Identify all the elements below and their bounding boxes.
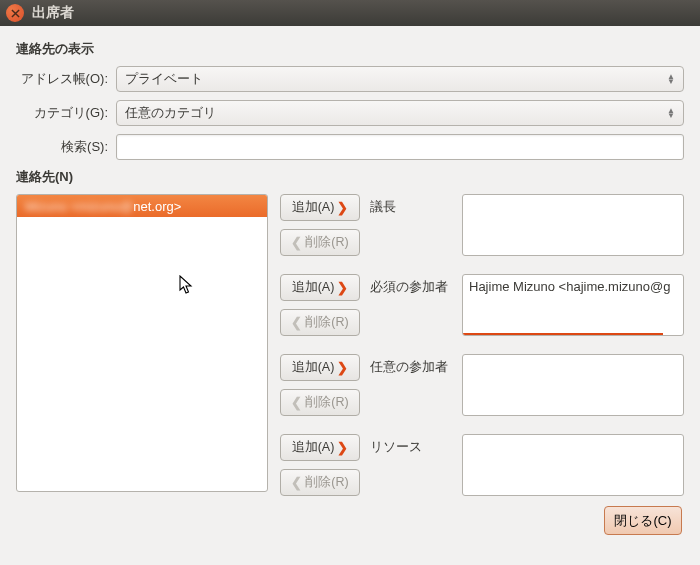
label-resource: リソース <box>370 434 452 496</box>
add-optional-button[interactable]: 追加(A)❯ <box>280 354 360 381</box>
add-chair-button[interactable]: 追加(A)❯ <box>280 194 360 221</box>
chevron-left-icon: ❮ <box>291 475 302 490</box>
close-icon <box>11 9 20 18</box>
chevron-left-icon: ❮ <box>291 235 302 250</box>
label-chair: 議長 <box>370 194 452 256</box>
box-resource[interactable] <box>462 434 684 496</box>
updown-icon: ▲▼ <box>667 74 675 84</box>
contact-list[interactable]: Mizuno <mizuno@net.org> <box>16 194 268 492</box>
list-item[interactable]: Mizuno <mizuno@net.org> <box>17 195 267 217</box>
combo-category[interactable]: 任意のカテゴリ ▲▼ <box>116 100 684 126</box>
box-optional[interactable] <box>462 354 684 416</box>
titlebar: 出席者 <box>0 0 700 26</box>
label-category: カテゴリ(G): <box>16 104 116 122</box>
remove-resource-button: ❮削除(R) <box>280 469 360 496</box>
label-optional: 任意の参加者 <box>370 354 452 416</box>
window-close-button[interactable] <box>6 4 24 22</box>
updown-icon: ▲▼ <box>667 108 675 118</box>
remove-optional-button: ❮削除(R) <box>280 389 360 416</box>
mouse-cursor-icon <box>179 275 195 295</box>
section-contact-display: 連絡先の表示 <box>16 40 684 58</box>
remove-chair-button: ❮削除(R) <box>280 229 360 256</box>
label-required: 必須の参加者 <box>370 274 452 336</box>
role-row-resource: 追加(A)❯ ❮削除(R) リソース <box>280 434 684 496</box>
chevron-right-icon: ❯ <box>337 360 348 375</box>
chevron-right-icon: ❯ <box>337 200 348 215</box>
dialog-content: 連絡先の表示 アドレス帳(O): プライベート ▲▼ カテゴリ(G): 任意のカ… <box>0 26 700 547</box>
main-area: Mizuno <mizuno@net.org> 追加(A)❯ ❮削除(R) 議長… <box>16 194 684 496</box>
row-category: カテゴリ(G): 任意のカテゴリ ▲▼ <box>16 100 684 126</box>
row-search: 検索(S): <box>16 134 684 160</box>
contact-blurred: Mizuno <mizuno@ <box>25 199 133 214</box>
search-input[interactable] <box>116 134 684 160</box>
combo-addressbook[interactable]: プライベート ▲▼ <box>116 66 684 92</box>
add-resource-button[interactable]: 追加(A)❯ <box>280 434 360 461</box>
add-required-button[interactable]: 追加(A)❯ <box>280 274 360 301</box>
roles-column: 追加(A)❯ ❮削除(R) 議長 追加(A)❯ ❮削除(R) 必須の参加者 Ha… <box>280 194 684 496</box>
chevron-left-icon: ❮ <box>291 315 302 330</box>
row-addressbook: アドレス帳(O): プライベート ▲▼ <box>16 66 684 92</box>
section-contacts: 連絡先(N) <box>16 168 684 186</box>
role-row-chair: 追加(A)❯ ❮削除(R) 議長 <box>280 194 684 256</box>
chevron-right-icon: ❯ <box>337 280 348 295</box>
footer: 閉じる(C) <box>16 506 684 535</box>
box-required[interactable]: Hajime Mizuno <hajime.mizuno@g <box>462 274 684 336</box>
role-row-optional: 追加(A)❯ ❮削除(R) 任意の参加者 <box>280 354 684 416</box>
combo-addressbook-value: プライベート <box>125 70 203 88</box>
contact-suffix: net.org> <box>133 199 181 214</box>
label-search: 検索(S): <box>16 138 116 156</box>
chevron-left-icon: ❮ <box>291 395 302 410</box>
combo-category-value: 任意のカテゴリ <box>125 104 216 122</box>
window-title: 出席者 <box>32 4 74 22</box>
box-chair[interactable] <box>462 194 684 256</box>
remove-required-button: ❮削除(R) <box>280 309 360 336</box>
role-row-required: 追加(A)❯ ❮削除(R) 必須の参加者 Hajime Mizuno <haji… <box>280 274 684 336</box>
label-addressbook: アドレス帳(O): <box>16 70 116 88</box>
close-button[interactable]: 閉じる(C) <box>604 506 682 535</box>
chevron-right-icon: ❯ <box>337 440 348 455</box>
